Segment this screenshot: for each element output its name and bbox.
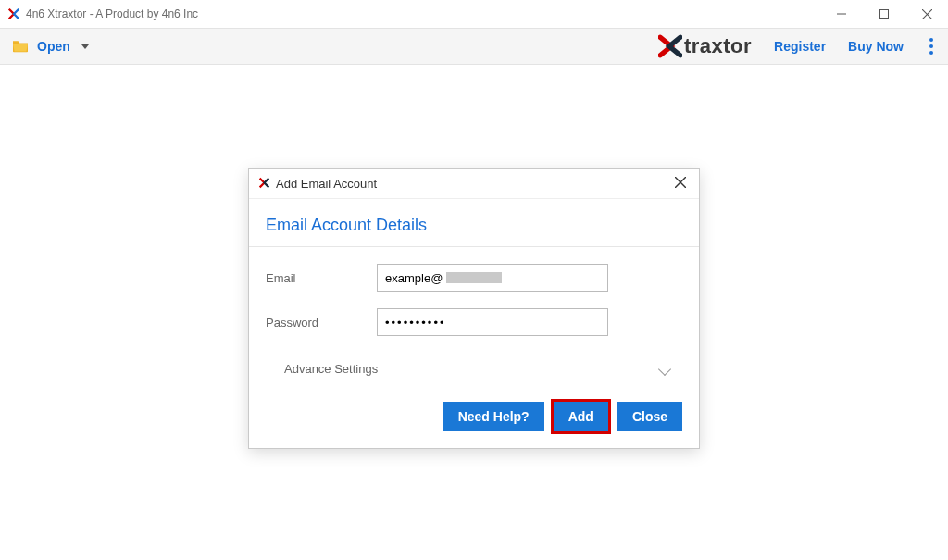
email-visible-text: example@	[385, 271, 443, 285]
buy-now-link[interactable]: Buy Now	[848, 39, 904, 54]
password-row: Password ••••••••••	[266, 308, 682, 336]
add-email-account-dialog: Add Email Account Email Account Details …	[248, 168, 700, 449]
dialog-title: Add Email Account	[276, 177, 377, 191]
minimize-button[interactable]	[820, 0, 863, 28]
maximize-button[interactable]	[863, 0, 905, 28]
divider	[249, 246, 699, 247]
register-link[interactable]: Register	[774, 39, 826, 54]
toolbar-right: traxtor Register Buy Now	[658, 34, 937, 58]
window-titlebar: 4n6 Xtraxtor - A Product by 4n6 Inc	[0, 0, 948, 28]
titlebar-left: 4n6 Xtraxtor - A Product by 4n6 Inc	[7, 7, 198, 20]
redacted-text-icon	[446, 272, 502, 283]
folder-icon	[11, 38, 30, 56]
open-label: Open	[37, 39, 70, 54]
brand-text: traxtor	[684, 34, 752, 58]
password-field[interactable]: ••••••••••	[377, 308, 608, 336]
dialog-app-icon	[258, 177, 270, 192]
email-label: Email	[266, 271, 377, 285]
add-button[interactable]: Add	[554, 402, 608, 431]
dialog-button-row: Need Help? Add Close	[266, 402, 682, 431]
dialog-close-button[interactable]	[671, 175, 690, 193]
caret-down-icon	[81, 44, 89, 49]
email-row: Email example@	[266, 264, 682, 292]
main-toolbar: Open traxtor Register Buy Now	[0, 28, 948, 65]
dialog-titlebar: Add Email Account	[249, 169, 699, 199]
dialog-heading: Email Account Details	[266, 212, 682, 246]
close-button[interactable]: Close	[617, 402, 682, 431]
brand-logo: traxtor	[658, 34, 752, 58]
dialog-body: Email Account Details Email example@ Pas…	[249, 199, 699, 448]
advance-settings-toggle[interactable]: Advance Settings	[266, 353, 682, 385]
svg-rect-1	[880, 10, 889, 19]
window-controls	[820, 0, 948, 28]
email-field[interactable]: example@	[377, 264, 608, 292]
window-title: 4n6 Xtraxtor - A Product by 4n6 Inc	[26, 7, 198, 20]
dialog-title-left: Add Email Account	[258, 177, 377, 192]
advance-settings-label: Advance Settings	[284, 362, 378, 376]
app-icon	[7, 7, 20, 20]
more-menu-button[interactable]	[926, 34, 937, 58]
open-dropdown[interactable]: Open	[11, 38, 89, 56]
password-label: Password	[266, 316, 377, 330]
need-help-button[interactable]: Need Help?	[443, 402, 544, 431]
window-close-button[interactable]	[905, 0, 948, 28]
chevron-down-icon	[658, 362, 671, 375]
